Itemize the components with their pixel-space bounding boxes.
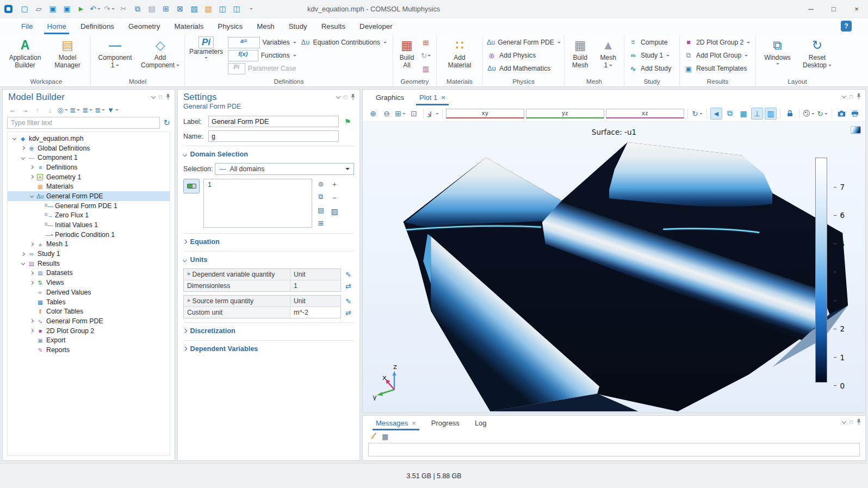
selection-op-icon[interactable]: + [332,180,337,189]
variables-button[interactable]: a= Variables [226,36,299,49]
menu-tab[interactable]: Study [282,18,314,34]
qat-icon[interactable]: ► [75,3,88,15]
selection-op-icon[interactable]: − [332,193,337,202]
menu-tab[interactable]: Home [40,18,73,34]
qat-icon[interactable]: ▣ [60,3,73,15]
menu-tab[interactable]: Definitions [73,18,121,34]
windows-button[interactable]: ⧉ Windows [760,36,795,65]
results-button[interactable]: ⧉ Add Plot Group [681,49,754,62]
menu-tab[interactable]: Physics [210,18,250,34]
equation-contributions-button[interactable]: Δu Equation Contributions [299,36,391,49]
environment-reflections-icon[interactable]: ⧉ [724,108,736,120]
physics-button[interactable]: Δu General Form PDE [485,36,562,49]
expander-icon[interactable] [28,339,35,342]
mesh-1-button[interactable]: ▲ Mesh 1 [596,36,621,69]
tree-item[interactable]: ≡ Definitions [8,162,170,172]
expander-icon[interactable] [20,262,27,265]
refresh-icon[interactable]: ↻ [163,118,170,128]
panel-menu-icon[interactable] [151,94,156,98]
tree-item[interactable]: ‖ Color Tables [8,306,170,316]
unit-cell-editable[interactable]: m^-2 [290,307,340,318]
menu-tab[interactable]: Results [314,18,352,34]
expander-icon[interactable] [20,147,27,149]
physics-button[interactable]: Δu Add Mathematics [485,62,562,75]
menu-tab[interactable]: Materials [167,18,210,34]
tab-messages[interactable]: Messages × [370,416,421,430]
menu-tab[interactable]: Mesh [250,18,282,34]
panel-menu-icon[interactable] [842,93,846,98]
copy-table-icon[interactable]: ▦ [382,433,388,441]
tab-progress[interactable]: Progress [426,416,465,430]
float-panel-icon[interactable]: □ [159,94,162,100]
domain-item[interactable]: 1 [208,181,212,189]
expander-icon[interactable] [28,176,35,178]
plot-thumbnail-button[interactable] [851,126,861,134]
update-plot-icon[interactable]: ↻ [816,108,828,120]
tree-item[interactable]: ⇅ Views [8,278,170,287]
go-to-xy-view-icon[interactable]: xy [446,109,524,118]
qat-icon[interactable]: ▣ [46,3,59,15]
quantity-cell[interactable]: Dimensionless [184,280,290,291]
model-manager-button[interactable]: ▤ Model Manager [46,36,89,69]
qat-icon[interactable]: ↷ [103,3,116,15]
expander-icon[interactable] [28,185,35,188]
tree-item[interactable]: ▲ Mesh 1 [8,240,170,249]
show-axis-icon[interactable]: ⊥ [751,108,763,120]
qat-icon[interactable]: ▢ [18,3,31,15]
expander-icon[interactable] [20,157,27,159]
tree-item[interactable]: ⊕ Global Definitions [8,143,170,153]
unit-cell[interactable]: 1 [290,280,340,291]
rotate-icon[interactable]: ↻ [691,108,703,120]
change-unit-icon[interactable]: ⇄ [345,282,351,290]
section-domain-selection[interactable]: Domain Selection [183,149,354,160]
name-field[interactable] [208,130,339,142]
pin-icon[interactable] [857,93,861,99]
mb-toolbar-icon[interactable]: ↓ [45,104,55,115]
qat-icon[interactable]: ⊞ [159,3,172,15]
qat-icon[interactable]: ▧ [202,3,215,15]
qat-icon[interactable] [244,3,257,15]
results-button[interactable]: ▣ Result Templates [681,62,754,75]
selection-dropdown[interactable]: — All domains [215,163,354,175]
pin-icon[interactable] [166,94,170,100]
color-palette-icon[interactable] [803,108,815,120]
expander-icon[interactable] [28,329,35,332]
lock-axes-icon[interactable] [784,108,796,120]
tree-item[interactable]: ∞ Study 1 [8,249,170,259]
zoom-extents-icon[interactable]: ⊡ [408,108,420,120]
zoom-box-icon[interactable]: ⊞ [394,108,406,120]
tab-log[interactable]: Log [469,416,492,430]
menu-tab[interactable]: Geometry [121,18,167,34]
active-toggle-button[interactable] [183,179,200,193]
parameters-button[interactable]: Pi Parameters [187,36,226,59]
menu-tab[interactable]: Developer [352,18,400,34]
add-component-button[interactable]: ◇ Add Component [139,36,182,69]
reset-desktop-button[interactable]: ↻ Reset Desktop [800,36,835,69]
close-tab-icon[interactable]: × [412,419,416,427]
geometry-tool-icon[interactable]: ↻ [419,49,433,62]
study-button[interactable]: = Compute [626,36,678,49]
tree-item[interactable]: ▣ Export [8,335,170,345]
tree-item[interactable]: ▤ Results [8,259,170,268]
float-panel-icon[interactable]: □ [344,94,347,100]
selection-op-icon[interactable]: ▨ [331,207,338,216]
view-orientation-icon[interactable] [427,108,439,120]
section-discretization[interactable]: Discretization [183,326,354,336]
tree-item[interactable]: ◆ kdv_equation.mph [8,134,170,143]
change-unit-icon[interactable]: ⇄ [345,309,351,317]
zoom-in-icon[interactable]: ⊕ [367,108,379,120]
component-1-button[interactable]: — Component 1 [94,36,137,69]
domain-list[interactable]: 1 [203,179,312,228]
panel-menu-icon[interactable] [336,94,340,98]
section-units[interactable]: Units [183,254,354,265]
expander-icon[interactable] [28,320,35,322]
qat-icon[interactable]: ✂ [117,3,130,15]
image-snapshot-icon[interactable] [835,108,847,120]
qat-icon[interactable]: ⊠ [173,3,187,15]
expander-icon[interactable] [28,243,35,246]
study-button[interactable]: ∞ Study 1 [626,49,678,62]
tree-item[interactable]: ᴰ— General Form PDE 1 [8,201,170,211]
tree-item[interactable]: ≈ Derived Values [8,287,170,297]
float-panel-icon[interactable]: □ [850,419,853,425]
tree-item[interactable]: ▦ Materials [8,182,170,191]
